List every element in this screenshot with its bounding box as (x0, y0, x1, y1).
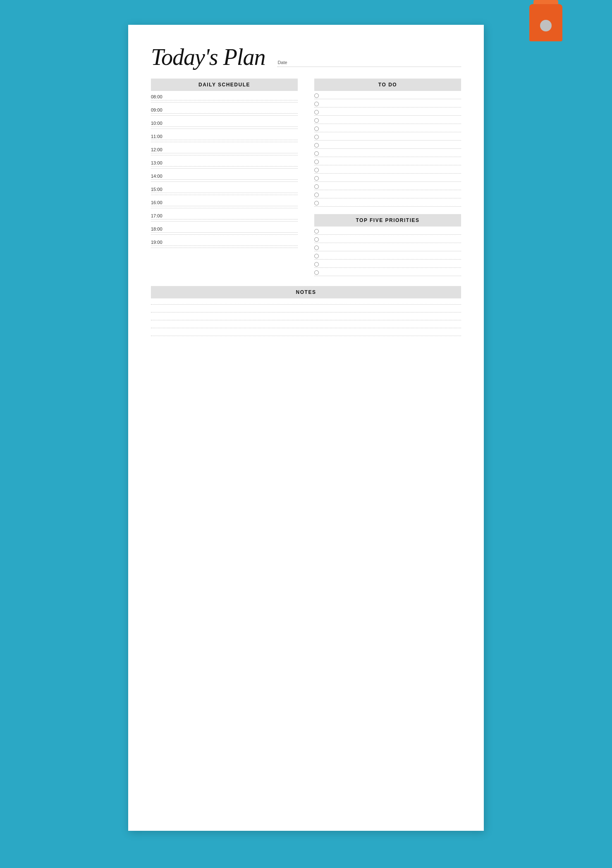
todo-item (314, 132, 461, 141)
schedule-row-0900: 09:00 (151, 104, 298, 117)
time-1500: 15:00 (151, 184, 298, 193)
todo-checkbox[interactable] (314, 143, 319, 148)
schedule-row-1200: 12:00 (151, 144, 298, 157)
notes-line (151, 312, 461, 312)
time-1400: 14:00 (151, 170, 298, 179)
priority-checkbox[interactable] (314, 237, 319, 242)
priority-checkbox[interactable] (314, 229, 319, 234)
time-0900: 09:00 (151, 104, 298, 113)
priority-checkbox[interactable] (314, 270, 319, 275)
todo-checkbox[interactable] (314, 93, 319, 98)
priority-item (314, 260, 461, 268)
todo-item (314, 116, 461, 124)
schedule-line (151, 206, 298, 206)
priorities-header: TOP FIVE PRIORITIES (314, 214, 461, 227)
schedule-line (151, 129, 298, 129)
todo-checkbox[interactable] (314, 102, 319, 106)
schedule-column: DAILY SCHEDULE 08:00 09:00 10:00 (151, 79, 302, 276)
notes-line (151, 304, 461, 305)
schedule-row-1000: 10:00 (151, 117, 298, 131)
todo-item (314, 190, 461, 198)
paper: Today's Plan Date DAILY SCHEDULE 08:00 0… (128, 25, 484, 831)
time-1700: 17:00 (151, 210, 298, 219)
todo-item (314, 165, 461, 174)
schedule-line (151, 153, 298, 153)
todo-checkbox[interactable] (314, 160, 319, 164)
schedule-line (151, 193, 298, 193)
priorities-list (314, 227, 461, 276)
schedule-line (151, 195, 298, 195)
schedule-line (151, 248, 298, 248)
priority-item (314, 268, 461, 276)
schedule-row-1600: 16:00 (151, 197, 298, 210)
date-field: Date (277, 60, 461, 69)
todo-checkbox[interactable] (314, 135, 319, 139)
todo-item (314, 141, 461, 149)
page-header: Today's Plan Date (151, 45, 461, 69)
schedule-row-1400: 14:00 (151, 170, 298, 184)
date-line (277, 67, 461, 67)
schedule-row-1800: 18:00 (151, 223, 298, 236)
todo-section (314, 91, 461, 207)
time-1800: 18:00 (151, 223, 298, 232)
priority-item (314, 235, 461, 243)
todo-checkbox[interactable] (314, 110, 319, 114)
todo-item (314, 182, 461, 190)
schedule-line (151, 113, 298, 114)
schedule-line (151, 142, 298, 142)
todo-checkbox[interactable] (314, 184, 319, 189)
todo-checkbox[interactable] (314, 151, 319, 156)
schedule-line (151, 219, 298, 219)
schedule-line (151, 140, 298, 140)
priority-item (314, 251, 461, 260)
schedule-row-1300: 13:00 (151, 157, 298, 170)
schedule-row-0800: 08:00 (151, 91, 298, 104)
priority-checkbox[interactable] (314, 262, 319, 267)
schedule-line (151, 100, 298, 100)
schedule-section: 08:00 09:00 10:00 11 (151, 91, 298, 250)
schedule-line (151, 221, 298, 222)
schedule-line (151, 181, 298, 182)
page-title: Today's Plan (151, 45, 265, 69)
schedule-line (151, 168, 298, 169)
todo-item (314, 174, 461, 182)
todo-item (314, 149, 461, 157)
schedule-header: DAILY SCHEDULE (151, 79, 298, 91)
notes-line (151, 336, 461, 336)
priority-checkbox[interactable] (314, 246, 319, 250)
notes-header: NOTES (151, 286, 461, 298)
notes-lines (151, 304, 461, 336)
schedule-row-1100: 11:00 (151, 131, 298, 144)
priority-checkbox[interactable] (314, 254, 319, 258)
todo-checkbox[interactable] (314, 176, 319, 181)
notes-line (151, 320, 461, 320)
todo-item (314, 157, 461, 165)
schedule-line (151, 208, 298, 208)
schedule-line (151, 246, 298, 246)
schedule-line (151, 234, 298, 235)
todo-item (314, 91, 461, 99)
todo-checkbox[interactable] (314, 126, 319, 131)
todo-checkbox[interactable] (314, 193, 319, 197)
todo-item (314, 107, 461, 116)
schedule-line (151, 115, 298, 116)
schedule-row-1500: 15:00 (151, 184, 298, 197)
todo-checkbox[interactable] (314, 118, 319, 123)
schedule-line (151, 232, 298, 233)
time-1900: 19:00 (151, 236, 298, 246)
notes-section: NOTES (151, 286, 461, 336)
time-1100: 11:00 (151, 131, 298, 140)
time-0800: 08:00 (151, 91, 298, 100)
todo-checkbox[interactable] (314, 201, 319, 205)
priority-item (314, 243, 461, 251)
time-1300: 13:00 (151, 157, 298, 166)
todo-checkbox[interactable] (314, 168, 319, 172)
sharpener-decoration (529, 0, 562, 54)
todo-item (314, 99, 461, 107)
priorities-section: TOP FIVE PRIORITIES (314, 214, 461, 276)
schedule-line (151, 155, 298, 155)
schedule-row-1700: 17:00 (151, 210, 298, 223)
schedule-line (151, 126, 298, 127)
date-label: Date (277, 60, 461, 65)
time-1200: 12:00 (151, 144, 298, 153)
